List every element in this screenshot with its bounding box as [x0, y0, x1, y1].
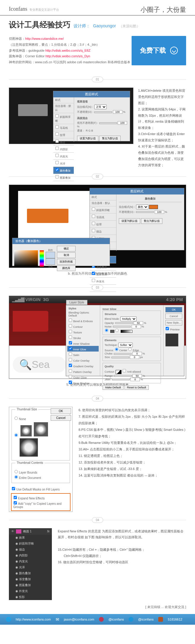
preview-swatch: [165, 333, 178, 346]
stroke-check[interactable]: [55, 140, 59, 143]
entire-doc-radio[interactable]: [15, 475, 18, 479]
tp-ok[interactable]: OK: [51, 408, 71, 414]
set-default-btn-2[interactable]: 设置为默认值: [119, 218, 140, 224]
ls-cancel[interactable]: Cancel: [165, 314, 182, 319]
fill-input[interactable]: [118, 121, 127, 125]
opacity-input[interactable]: [113, 110, 122, 114]
ls-ok[interactable]: OK: [165, 307, 182, 312]
footer-mail[interactable]: jason@iconfans.com: [64, 618, 94, 621]
inner-glow-check[interactable]: [55, 154, 59, 157]
page-title: 设计工具经验技巧: [9, 20, 71, 30]
color-picker: 拾色器（叠加颜色） 新的 当前 确定 取消 添加到色板 颜色库: [12, 238, 110, 266]
inner-shadow-check[interactable]: [55, 147, 59, 150]
cp-lib[interactable]: 颜色库: [57, 265, 76, 271]
site-subtitle: 专业界面交互设计平台: [29, 8, 59, 11]
footer: 🌐http://www.iconfans.com ✉jason@iconfans…: [0, 614, 195, 625]
reset-default-btn-2[interactable]: 复位为默认值: [141, 218, 162, 224]
step-01: 01: [92, 77, 103, 82]
layers-panel: 👁椭圆 1fx ◉ 效果 ◉ 斜面和浮雕 ◉ 描边 ◉ 内阴影 ◉ 内发光 ◉ …: [9, 528, 52, 600]
download-icon: [170, 47, 178, 54]
cp-add[interactable]: 添加到色板: [57, 259, 76, 265]
thumb-large[interactable]: [20, 438, 38, 457]
layer-bounds-radio[interactable]: [15, 470, 18, 473]
designer-name: Gaoyoungor: [93, 23, 116, 28]
qq-icon[interactable]: [129, 617, 133, 622]
group-icon[interactable]: [158, 617, 163, 622]
designer-label: 设计师：: [73, 23, 90, 29]
orange-rect: [27, 209, 68, 223]
ls-newstyle[interactable]: New Style...: [165, 320, 182, 325]
layer-style-panel-en: Layer Style Styles Blending Options: Def…: [66, 305, 184, 376]
source-label: （来源站酷）: [119, 24, 140, 29]
satin-check[interactable]: [55, 161, 59, 164]
tag-icon: [13, 311, 48, 332]
screenshot-2: 图层样式 样式 混合选项：默认 斜面和浮雕 等高线 纹理 描边 内阴影 内发光 …: [9, 185, 186, 268]
texture-check[interactable]: [55, 132, 59, 136]
expand-effects-check[interactable]: [14, 496, 17, 499]
screenshot-3: ▁▃▅▇ VIRGIN 3G 4:20 PM 🔍 Sea Layer Style…: [9, 296, 186, 379]
thumb-none[interactable]: [15, 417, 18, 420]
bevel-check[interactable]: [55, 114, 59, 118]
add-copy-check[interactable]: [14, 501, 17, 504]
slogan: 小圈子，大份量: [140, 5, 186, 14]
default-masks-check[interactable]: [12, 487, 15, 490]
cut-link[interactable]: http://www.cutandslice.me/: [25, 37, 64, 40]
tips-5: Expand New Effects 的意思是 为图层添加图层样式，或者滤镜效果…: [58, 528, 186, 600]
step-02: 02: [92, 174, 103, 179]
tips-1: 1.Alt/Ctrl+delete 填充前景色和背景色同样适用于形状图层和文字图…: [138, 88, 186, 168]
tips-4: 6. 使用径向渐变的时候可以加点内发光表示强调； 7. 图层样式里，投影的距离设…: [79, 407, 186, 512]
blend-mode-select[interactable]: 正常: [94, 105, 107, 109]
cp-cancel[interactable]: 取消: [57, 252, 76, 258]
step-03: 03: [92, 285, 103, 290]
step-04: 04: [92, 396, 103, 401]
reset-default-btn[interactable]: 复位为默认值: [99, 136, 121, 141]
thumbnail-panel: OK Cancel Thumbnail Size None Thumbnail …: [9, 407, 73, 512]
layer-style-panel: 图层样式 样式 混合选项：默认 斜面和浮雕 等高线 纹理 描边 内阴影 内发光 …: [53, 91, 130, 141]
thumb-small[interactable]: [20, 425, 32, 436]
set-default-btn[interactable]: 设置为默认值: [77, 136, 98, 141]
cp-ok[interactable]: 确定: [57, 246, 76, 251]
download-button[interactable]: 免费下载: [132, 36, 186, 65]
screenshot-1: 图层样式 样式 混合选项：默认 斜面和浮雕 等高线 纹理 描边 内阴影 内发光 …: [9, 88, 133, 144]
weibo-icon[interactable]: [99, 617, 104, 622]
corner-link[interactable]: http://vdisk.weibo.com/s/s_Dyn: [45, 54, 90, 58]
gray-rect: [18, 104, 48, 116]
guide-link[interactable]: http://vdisk.weibo.com/s/q_E8Z: [45, 49, 90, 52]
thumb-size-radio[interactable]: [15, 433, 18, 437]
tp-cancel[interactable]: Cancel: [51, 415, 71, 421]
step-05: 04: [92, 517, 103, 523]
contour-check[interactable]: [55, 125, 59, 129]
end-note: [ 未完待续 ... 欢迎大家交流 ]: [0, 600, 195, 614]
info-links: 切图神器：http://www.cutandslice.me/ （注意阅读官网教…: [9, 36, 130, 65]
footer-url[interactable]: http://www.iconfans.com: [16, 618, 51, 621]
logo: Iconfans: [9, 6, 27, 12]
blend-mode-select-2[interactable]: 颜色: [136, 205, 148, 209]
hue-slider[interactable]: [40, 250, 44, 267]
search-bubble: 🔍 Sea: [13, 357, 66, 373]
thumb-med[interactable]: [34, 422, 48, 436]
color-field[interactable]: [14, 250, 38, 267]
